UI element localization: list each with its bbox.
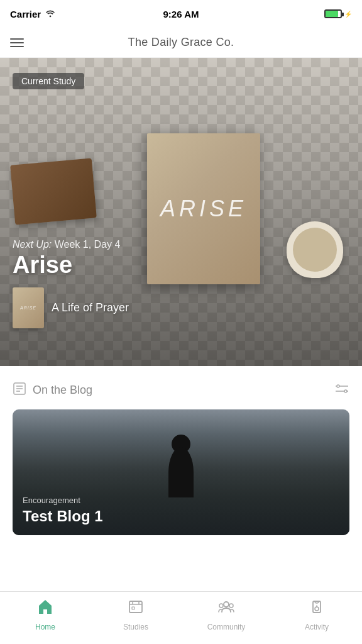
app-header: The Daily Grace Co. (0, 28, 362, 58)
nav-item-community[interactable]: Community (201, 598, 251, 631)
blog-category: Encouragement (23, 496, 339, 505)
status-bar: Carrier 9:26 AM ⚡ (0, 0, 362, 28)
menu-line-2 (10, 42, 24, 43)
menu-line-3 (10, 46, 24, 47)
study-title: Arise (13, 252, 349, 279)
status-right: ⚡ (324, 9, 352, 18)
svg-point-5 (344, 390, 347, 392)
studies-icon (127, 598, 145, 620)
community-icon (217, 598, 235, 620)
bolt-icon: ⚡ (344, 11, 352, 18)
nav-item-studies[interactable]: Studies (111, 598, 161, 631)
bottom-nav: Home Studies Community (0, 591, 362, 644)
svg-point-17 (229, 604, 233, 608)
book-cover-text: ARISE (160, 196, 247, 222)
next-up-detail: Week 1, Day 4 (55, 239, 121, 250)
filter-icon[interactable] (334, 381, 349, 399)
nav-label-studies: Studies (123, 623, 148, 631)
blog-header: On the Blog (0, 381, 362, 399)
thumbnail-text: ARISE (20, 306, 36, 310)
journal-decoration (10, 158, 97, 225)
study-card[interactable]: ARISE A Life of Prayer (13, 287, 349, 328)
study-thumbnail: ARISE (13, 287, 44, 328)
activity-icon (308, 598, 326, 620)
blog-section-title: On the Blog (33, 384, 92, 397)
carrier-label: Carrier (10, 9, 41, 19)
wifi-icon (45, 9, 56, 19)
hero-section[interactable]: ARISE Current Study Next Up: Week 1, Day… (0, 58, 362, 366)
nav-label-activity: Activity (305, 623, 329, 631)
svg-point-4 (337, 385, 339, 387)
blog-header-left: On the Blog (13, 382, 92, 399)
blog-card-text: Encouragement Test Blog 1 (13, 486, 349, 535)
home-icon (36, 598, 54, 620)
svg-point-16 (219, 604, 223, 608)
next-up-text: Next Up: (13, 239, 52, 250)
nav-item-home[interactable]: Home (20, 598, 70, 631)
status-time: 9:26 AM (163, 9, 199, 19)
svg-rect-14 (132, 607, 134, 609)
current-study-badge: Current Study (13, 73, 84, 89)
nav-label-home: Home (35, 623, 55, 631)
nav-item-activity[interactable]: Activity (292, 598, 342, 631)
hero-bottom-content: Next Up: Week 1, Day 4 Arise ARISE A Lif… (13, 239, 349, 328)
app-title: The Daily Grace Co. (128, 36, 234, 49)
status-left: Carrier (10, 9, 56, 19)
menu-line-1 (10, 38, 24, 40)
blog-icon (13, 382, 26, 399)
next-up-label: Next Up: Week 1, Day 4 (13, 239, 349, 250)
blog-title: Test Blog 1 (23, 508, 339, 525)
svg-point-15 (224, 602, 229, 607)
nav-label-community: Community (207, 623, 246, 631)
svg-rect-10 (129, 601, 142, 613)
menu-button[interactable] (10, 38, 24, 47)
blog-section: On the Blog Encouragement Test Blog 1 (0, 366, 362, 535)
battery-icon (324, 9, 342, 18)
svg-point-18 (315, 607, 319, 611)
study-subtitle: A Life of Prayer (52, 301, 129, 314)
blog-card[interactable]: Encouragement Test Blog 1 (13, 409, 349, 535)
